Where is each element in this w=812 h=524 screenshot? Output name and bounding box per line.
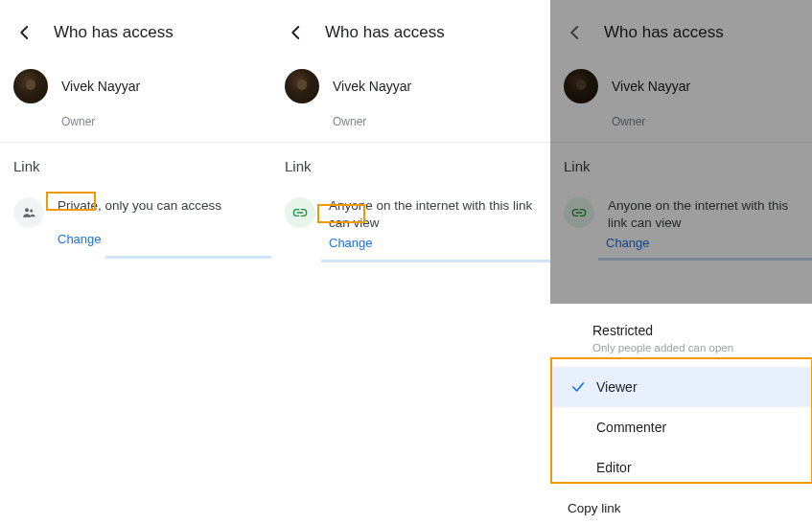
change-link[interactable]: Change [550, 234, 708, 254]
user-row[interactable]: Vivek Nayyar [550, 61, 812, 107]
underline [598, 258, 812, 261]
avatar [13, 69, 48, 103]
header: Who has access [550, 0, 812, 61]
user-role: Owner [271, 107, 550, 142]
people-icon-svg [21, 205, 36, 220]
panel-private: Who has access Vivek Nayyar Owner Link P… [0, 0, 271, 524]
link-icon-svg [292, 205, 308, 220]
svg-point-0 [25, 208, 29, 212]
link-icon [285, 197, 315, 228]
link-row: Private, only you can access [0, 186, 271, 230]
page-title: Who has access [54, 23, 174, 42]
change-link[interactable]: Change [271, 234, 430, 254]
underline [105, 256, 271, 259]
link-section-label: Link [550, 143, 812, 186]
chevron-left-icon [567, 24, 584, 41]
copy-link[interactable]: Copy link [550, 488, 812, 524]
people-icon [13, 197, 44, 228]
link-section-label: Link [271, 143, 550, 186]
link-icon [564, 197, 594, 228]
user-role: Owner [550, 107, 812, 142]
user-row[interactable]: Vivek Nayyar [0, 61, 271, 107]
back-button[interactable] [564, 21, 587, 44]
underline [321, 260, 550, 262]
back-button[interactable] [285, 21, 308, 44]
highlight-options [550, 357, 812, 484]
chevron-left-icon [16, 24, 34, 41]
chevron-left-icon [288, 24, 305, 41]
restricted-option[interactable]: Restricted [550, 323, 812, 340]
panel-sheet: Who has access Vivek Nayyar Owner Link A… [550, 0, 812, 524]
link-row: Anyone on the internet with this link ca… [550, 186, 812, 234]
avatar [285, 69, 319, 103]
change-link[interactable]: Change [0, 230, 159, 250]
panel-anyone: Who has access Vivek Nayyar Owner Link A… [271, 0, 550, 524]
user-name: Vivek Nayyar [61, 79, 140, 94]
header: Who has access [0, 0, 271, 61]
svg-point-1 [30, 209, 33, 212]
highlight-change [317, 204, 365, 223]
link-section-label: Link [0, 143, 271, 186]
link-icon-svg [571, 205, 587, 220]
page-title: Who has access [604, 23, 724, 42]
panel3-top: Who has access Vivek Nayyar Owner Link A… [550, 0, 812, 304]
back-button[interactable] [13, 21, 36, 44]
user-name: Vivek Nayyar [333, 79, 411, 94]
highlight-change [46, 192, 96, 211]
user-role: Owner [0, 107, 271, 142]
user-row[interactable]: Vivek Nayyar [271, 61, 550, 107]
user-name: Vivek Nayyar [612, 79, 690, 94]
page-title: Who has access [325, 23, 445, 42]
avatar [564, 69, 598, 103]
link-row: Anyone on the internet with this link ca… [271, 186, 550, 234]
link-description: Anyone on the internet with this link ca… [608, 195, 799, 232]
header: Who has access [271, 0, 550, 61]
